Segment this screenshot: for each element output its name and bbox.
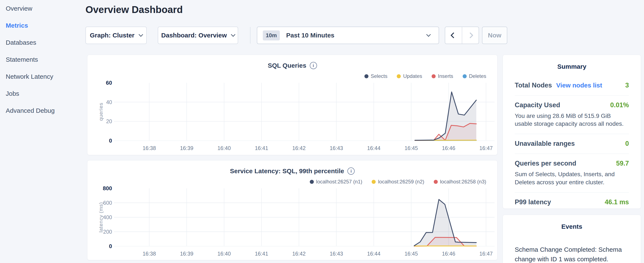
y-tick-label: 800 [103, 185, 112, 191]
dashboard-dropdown[interactable]: Dashboard: Overview [158, 27, 238, 44]
y-tick-label: 200 [103, 229, 112, 235]
y-tick-label: 60 [106, 80, 112, 86]
now-button[interactable]: Now [482, 27, 507, 44]
graph-dropdown[interactable]: Graph: Cluster [86, 27, 147, 44]
x-tick-label: 16:43 [330, 251, 343, 256]
sidebar-item-advanced-debug[interactable]: Advanced Debug [0, 102, 85, 119]
summary-row-p99-latency: P99 latency 46.1 ms [515, 193, 629, 212]
x-tick-label: 16:42 [292, 251, 306, 256]
dashboard-dropdown-label: Dashboard: Overview [161, 32, 227, 39]
chevron-right-icon [467, 32, 473, 38]
y-tick-label: 0 [109, 137, 112, 144]
summary-row-unavailable-ranges: Unavailable ranges 0 [515, 134, 629, 154]
sidebar-item-jobs[interactable]: Jobs [0, 85, 85, 102]
time-range-label: Past 10 Minutes [286, 32, 334, 39]
y-axis-title: queries [98, 103, 104, 121]
sql-queries-chart-card: SQL Queries i SelectsUpdatesInsertsDelet… [87, 55, 498, 155]
summary-label: Total Nodes [515, 82, 552, 89]
summary-value: 46.1 ms [605, 198, 629, 206]
time-forward-button[interactable] [462, 27, 479, 44]
chevron-down-icon [426, 32, 431, 37]
x-tick-label: 16:40 [218, 251, 231, 256]
sidebar-item-metrics[interactable]: Metrics [0, 17, 85, 34]
summary-title: Summary [503, 63, 641, 70]
x-tick-label: 16:44 [367, 145, 380, 151]
x-tick-label: 16:41 [255, 251, 268, 256]
x-tick-label: 16:43 [330, 145, 343, 151]
summary-row-capacity-used: Capacity Used 0.01% You are using 28.6 M… [515, 96, 629, 134]
chevron-down-icon [231, 32, 235, 37]
event-text: Schema Change Completed: Schema change w… [515, 245, 629, 263]
summary-label: P99 latency [515, 198, 551, 206]
summary-panel: Summary Total Nodes View nodes list 3 Ca… [502, 55, 641, 209]
x-tick-label: 16:47 [480, 251, 493, 256]
x-tick-label: 16:39 [180, 145, 194, 151]
chevron-down-icon [138, 32, 143, 37]
summary-value: 3 [625, 82, 629, 89]
chevron-left-icon [450, 32, 456, 38]
x-tick-label: 16:42 [292, 145, 306, 151]
time-pager [445, 27, 479, 44]
app-root: Overview Metrics Databases Statements Ne… [0, 0, 644, 263]
x-tick-label: 16:38 [143, 145, 156, 151]
x-tick-label: 16:39 [180, 251, 194, 256]
time-back-button[interactable] [445, 27, 462, 44]
y-tick-label: 600 [103, 200, 112, 206]
x-tick-label: 16:47 [480, 145, 493, 151]
y-tick-label: 20 [106, 118, 112, 124]
summary-row-queries-per-second: Queries per second 59.7 Sum of Selects, … [515, 154, 629, 192]
event-list-item: Schema Change Completed: Schema change w… [515, 245, 629, 263]
sidebar-item-network-latency[interactable]: Network Latency [0, 68, 85, 85]
y-tick-label: 400 [103, 214, 112, 220]
y-axis-title: latency (ms) [98, 202, 104, 232]
summary-row-total-nodes: Total Nodes View nodes list 3 [515, 76, 629, 96]
summary-description: Sum of Selects, Updates, Inserts, and De… [515, 170, 629, 186]
summary-description: You are using 28.6 MiB of 515.9 GiB usab… [515, 112, 629, 128]
summary-label: Capacity Used [515, 101, 560, 109]
controls-divider [250, 27, 250, 44]
sql-queries-chart-canvas: 16:3816:3916:4016:4116:4216:4316:4416:45… [88, 55, 498, 155]
sidebar-item-databases[interactable]: Databases [0, 34, 85, 51]
x-tick-label: 16:45 [404, 145, 418, 151]
summary-label: Queries per second [515, 160, 576, 167]
page-title: Overview Dashboard [86, 4, 183, 15]
sidebar-item-statements[interactable]: Statements [0, 51, 85, 68]
service-latency-chart-card: Service Latency: SQL, 99th percentile i … [87, 160, 498, 260]
y-tick-label: 40 [106, 99, 112, 105]
summary-label: Unavailable ranges [515, 140, 575, 147]
x-tick-label: 16:45 [404, 251, 418, 256]
service-latency-chart-canvas: 16:3816:3916:4016:4116:4216:4316:4416:45… [88, 160, 498, 260]
x-tick-label: 16:41 [255, 145, 268, 151]
graph-dropdown-label: Graph: Cluster [90, 32, 134, 39]
x-tick-label: 16:46 [442, 251, 456, 256]
summary-value: 0 [625, 140, 629, 147]
y-tick-label: 0 [109, 243, 112, 249]
sidebar-nav: Overview Metrics Databases Statements Ne… [0, 0, 85, 119]
summary-value: 59.7 [616, 160, 629, 167]
sidebar-item-overview[interactable]: Overview [0, 0, 85, 17]
time-range-selector[interactable]: 10m Past 10 Minutes [257, 27, 439, 44]
summary-value: 0.01% [610, 101, 629, 109]
events-panel: Events Schema Change Completed: Schema c… [502, 215, 641, 263]
x-tick-label: 16:40 [218, 145, 231, 151]
x-tick-label: 16:44 [367, 251, 380, 256]
time-range-badge: 10m [263, 31, 280, 41]
x-tick-label: 16:38 [143, 251, 156, 256]
view-nodes-list-link[interactable]: View nodes list [556, 82, 602, 89]
events-title: Events [503, 223, 641, 230]
x-tick-label: 16:46 [442, 145, 456, 151]
